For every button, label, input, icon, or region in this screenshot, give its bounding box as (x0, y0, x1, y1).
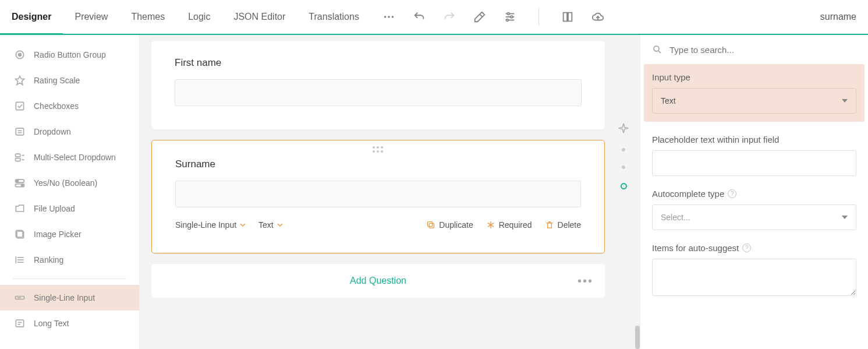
question-toolbar: Single-Line Input Text Duplicate Require… (175, 220, 581, 230)
duplicate-label: Duplicate (439, 220, 473, 230)
svg-point-38 (654, 46, 659, 51)
radio-group-icon (14, 49, 26, 61)
autocomplete-label-text: Autocomplete type (652, 189, 724, 199)
toolbox-dropdown[interactable]: Dropdown (0, 119, 139, 144)
autocomplete-select[interactable]: Select... (652, 205, 856, 230)
properties-panel: Input type Text Placeholder text within … (640, 35, 868, 349)
svg-point-10 (19, 54, 22, 57)
toolbar-divider (538, 8, 539, 26)
autosuggest-textarea[interactable] (652, 259, 856, 296)
add-question-button[interactable]: Add Question ••• (151, 264, 605, 298)
svg-rect-17 (16, 158, 20, 161)
trash-icon (545, 220, 554, 230)
required-button[interactable]: Required (486, 220, 532, 230)
toolbox-file-upload[interactable]: File Upload (0, 196, 139, 221)
file-upload-icon (14, 203, 26, 214)
single-line-input-icon (14, 292, 26, 304)
long-text-icon (14, 318, 26, 329)
toolbox-image-picker[interactable]: Image Picker (0, 221, 139, 247)
autocomplete-label: Autocomplete type ? (652, 189, 856, 199)
question-subtype-label: Text (258, 220, 274, 230)
add-question-more-icon[interactable]: ••• (578, 274, 593, 288)
redo-icon[interactable] (443, 10, 456, 23)
toolbox-radio-group[interactable]: Radio Button Group (0, 42, 139, 68)
book-icon[interactable] (561, 10, 574, 23)
question-title[interactable]: First name (175, 57, 582, 69)
svg-marker-11 (16, 76, 24, 85)
toolbox-checkboxes[interactable]: Checkboxes (0, 93, 139, 119)
tab-preview[interactable]: Preview (63, 0, 119, 34)
main: Radio Button Group Rating Scale Checkbox… (0, 35, 868, 349)
undo-icon[interactable] (413, 10, 426, 23)
tab-designer[interactable]: Designer (0, 0, 63, 35)
question-card-first-name[interactable]: First name (151, 41, 605, 129)
required-label: Required (499, 220, 532, 230)
toolbox-label: Radio Button Group (34, 50, 106, 59)
svg-point-4 (507, 13, 509, 15)
chevron-down-icon (842, 216, 848, 219)
delete-button[interactable]: Delete (545, 220, 581, 230)
required-icon (486, 220, 495, 230)
toolbox-label: Ranking (34, 255, 63, 265)
toolbox-long-text[interactable]: Long Text (0, 311, 139, 336)
autocomplete-group: Autocomplete type ? Select... (652, 189, 856, 230)
autosuggest-label-text: Items for auto-suggest (652, 243, 739, 253)
properties-search (640, 35, 868, 64)
boolean-icon (14, 177, 26, 189)
question-title[interactable]: Surname (175, 158, 581, 170)
toolbox-ranking[interactable]: Ranking (0, 247, 139, 273)
eraser-icon[interactable] (473, 10, 486, 23)
toolbox-label: Checkboxes (34, 101, 79, 111)
checkboxes-icon (14, 100, 26, 112)
multi-select-dropdown-icon (14, 151, 26, 163)
placeholder-input[interactable] (652, 150, 856, 176)
image-picker-icon (14, 228, 26, 240)
input-type-group: Input type Text (644, 64, 865, 122)
question-card-surname[interactable]: Surname Single-Line Input Text Duplicate (151, 140, 605, 253)
question-subtype-selector[interactable]: Text (258, 220, 283, 230)
chevron-down-icon (842, 99, 848, 103)
svg-point-1 (388, 16, 390, 18)
svg-point-2 (391, 16, 394, 18)
autosuggest-label: Items for auto-suggest ? (652, 243, 856, 253)
ranking-icon (14, 254, 26, 266)
placeholder-label: Placeholder text within input field (652, 135, 856, 144)
locator-icon[interactable] (618, 122, 629, 134)
page-dot-active[interactable] (621, 183, 627, 189)
tab-themes[interactable]: Themes (119, 0, 176, 34)
cloud-upload-icon[interactable] (591, 10, 604, 23)
toolbox-rating-scale[interactable]: Rating Scale (0, 68, 139, 93)
tab-logic[interactable]: Logic (176, 0, 222, 34)
properties-body: Input type Text Placeholder text within … (640, 64, 868, 311)
svg-point-8 (506, 19, 508, 22)
tab-json-editor[interactable]: JSON Editor (222, 0, 297, 34)
add-question-label: Add Question (350, 276, 406, 286)
page-dot[interactable] (622, 165, 625, 169)
svg-point-0 (384, 16, 387, 18)
overflow-icon[interactable] (382, 10, 395, 23)
toolbox-label: Rating Scale (34, 76, 80, 85)
properties-search-input[interactable] (669, 45, 856, 55)
drag-handle-icon[interactable] (373, 146, 384, 153)
input-type-select[interactable]: Text (652, 88, 856, 114)
toolbox-label: Multi-Select Dropdown (34, 153, 116, 162)
autosuggest-group: Items for auto-suggest ? (652, 243, 856, 298)
topbar: Designer Preview Themes Logic JSON Edito… (0, 0, 868, 35)
toolbox-single-line-input[interactable]: Single-Line Input (0, 285, 139, 311)
toolbox-boolean[interactable]: Yes/No (Boolean) (0, 170, 139, 196)
svg-rect-36 (428, 222, 433, 227)
question-type-selector[interactable]: Single-Line Input (175, 220, 246, 230)
help-icon[interactable]: ? (728, 189, 736, 198)
duplicate-button[interactable]: Duplicate (426, 220, 473, 230)
toolbox-multi-select-dropdown[interactable]: Multi-Select Dropdown (0, 144, 139, 170)
page-dot[interactable] (622, 148, 625, 151)
toolbox-label: Single-Line Input (34, 293, 95, 302)
svg-rect-35 (430, 223, 434, 228)
help-icon[interactable]: ? (742, 244, 751, 252)
svg-point-6 (511, 16, 513, 18)
question-input-preview (175, 79, 582, 106)
rating-scale-icon (14, 75, 26, 86)
scrollbar[interactable] (635, 326, 640, 349)
settings-icon[interactable] (504, 10, 516, 23)
tab-translations[interactable]: Translations (297, 0, 371, 34)
